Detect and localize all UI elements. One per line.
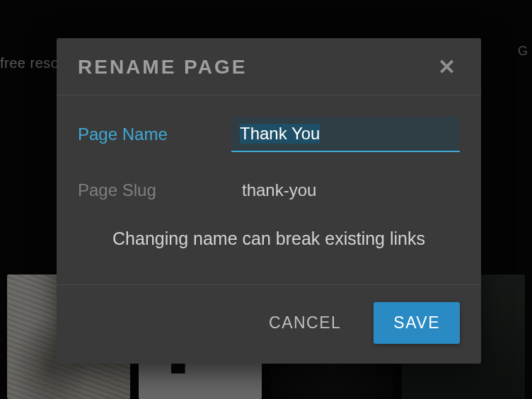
dialog-footer: Cancel Save: [57, 284, 481, 364]
dialog-title: Rename Page: [78, 56, 247, 79]
page-slug-value: thank-you: [233, 173, 460, 207]
page-name-input[interactable]: [231, 117, 460, 152]
warning-text: Changing name can break existing links: [78, 229, 460, 249]
field-row-page-slug: Page Slug thank-you: [78, 173, 460, 207]
rename-page-dialog: Rename Page ✕ Page Name Page Slug thank-…: [57, 38, 481, 364]
dialog-header: Rename Page ✕: [57, 38, 481, 96]
save-button[interactable]: Save: [374, 302, 460, 344]
close-button[interactable]: ✕: [434, 54, 460, 81]
dialog-body: Page Name Page Slug thank-you Changing n…: [57, 96, 481, 284]
page-name-label: Page Name: [78, 125, 231, 144]
page-slug-label: Page Slug: [78, 180, 233, 200]
close-icon: ✕: [438, 55, 456, 79]
cancel-button[interactable]: Cancel: [249, 302, 361, 344]
field-row-page-name: Page Name: [78, 117, 460, 152]
